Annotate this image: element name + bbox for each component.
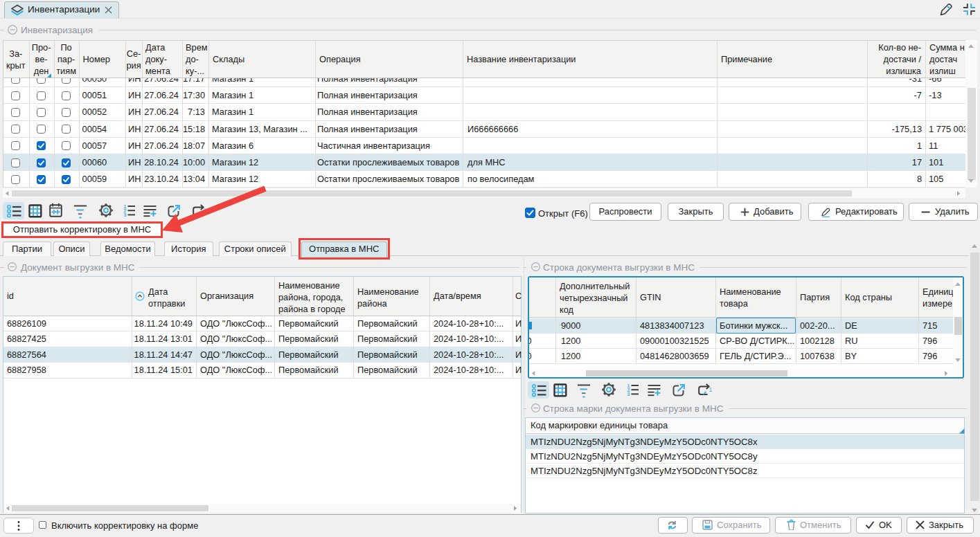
- svg-text:1: 1: [709, 386, 712, 393]
- svg-text:3: 3: [627, 392, 630, 397]
- svg-text:3: 3: [124, 212, 127, 217]
- svg-text:1: 1: [204, 207, 206, 214]
